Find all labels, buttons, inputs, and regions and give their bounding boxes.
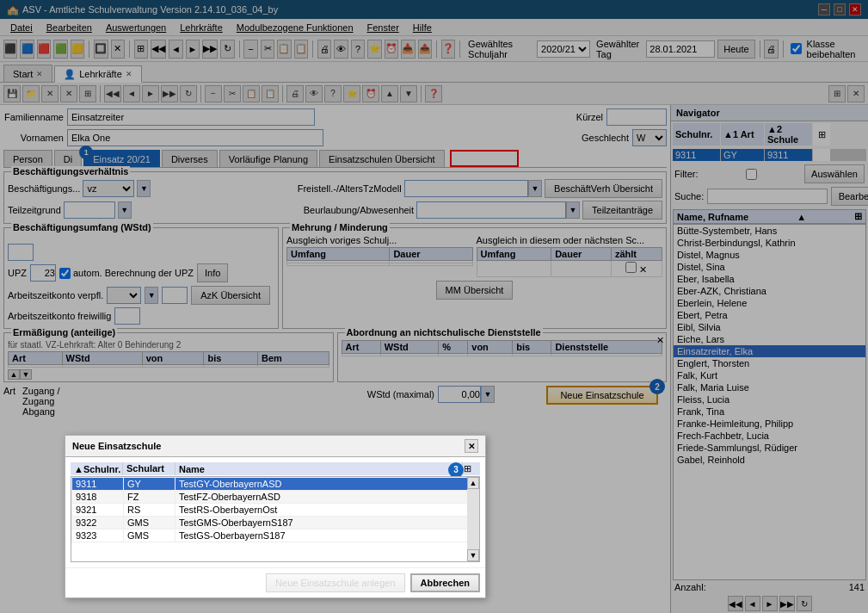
modal-school-list[interactable]: 9311GYTestGY-OberbayernASD9318FZTestFZ-O… <box>71 476 480 562</box>
modal-resize-icon[interactable]: ⊞ <box>463 462 480 475</box>
modal-schools-table: 9311GYTestGY-OberbayernASD9318FZTestFZ-O… <box>71 477 479 542</box>
modal-body: ▲ Schulnr. Schulart Name 3 ⊞ 9311GYTestG… <box>65 457 485 567</box>
modal-school-row[interactable]: 9311GYTestGY-OberbayernASD <box>72 478 479 491</box>
modal-schulart-header[interactable]: Schulart <box>123 462 175 475</box>
modal-table-header: ▲ Schulnr. Schulart Name 3 ⊞ <box>71 462 480 475</box>
anlegen-btn[interactable]: Neue Einsatzschule anlegen <box>266 573 404 592</box>
modal-name-header[interactable]: Name 3 <box>175 462 462 475</box>
modal-close-btn[interactable]: ✕ <box>465 439 478 453</box>
modal-scroll-up[interactable]: ▲ <box>467 477 479 489</box>
neue-einsatzschule-modal: Neue Einsatzschule ✕ ▲ Schulnr. Schulart… <box>65 435 486 598</box>
modal-title-text: Neue Einsatzschule <box>72 441 161 451</box>
abbrechen-btn[interactable]: Abbrechen <box>410 573 480 592</box>
modal-schulnr-header[interactable]: ▲ Schulnr. <box>71 462 122 475</box>
modal-school-row[interactable]: 9322GMSTestGMS-OberbayernS187 <box>72 517 479 529</box>
modal-school-row[interactable]: 9321RSTestRS-OberbayernOst <box>72 504 479 517</box>
modal-school-row[interactable]: 9318FZTestFZ-OberbayernASD <box>72 491 479 504</box>
modal-scroll: ▲ ▼ <box>467 477 479 561</box>
modal-schulnr-sort: ▲ <box>74 464 83 474</box>
modal-scroll-down[interactable]: ▼ <box>467 549 479 561</box>
modal-title-bar: Neue Einsatzschule ✕ <box>65 436 485 457</box>
modal-school-row[interactable]: 9323GMSTestGS-OberbayernS187 <box>72 529 479 542</box>
modal-footer: Neue Einsatzschule anlegen Abbrechen <box>65 567 485 598</box>
badge-3: 3 <box>448 462 464 478</box>
